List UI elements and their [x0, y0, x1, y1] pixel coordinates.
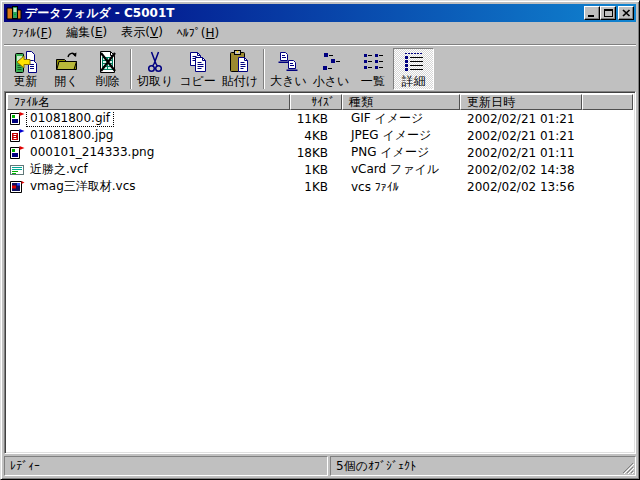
- toolbar: 更新開く削除切取りコピー貼付け大きい小さい一覧詳細: [4, 44, 636, 91]
- file-type: JPEG イメージ: [342, 127, 460, 144]
- toolbar-delete-button[interactable]: 削除: [87, 48, 128, 90]
- file-type: GIF イメージ: [342, 110, 460, 127]
- maximize-button[interactable]: [600, 6, 616, 20]
- file-size: 4KB: [290, 129, 342, 143]
- copy-icon: [186, 50, 210, 74]
- menu-access-key: V: [150, 25, 158, 39]
- menu-access-key: F: [41, 26, 48, 40]
- window-controls: [584, 6, 634, 20]
- resize-grip[interactable]: [622, 462, 634, 474]
- toolbar-refresh-label: 更新: [14, 74, 38, 88]
- file-name: 01081800.jpg: [27, 128, 116, 143]
- file-row[interactable]: 01081800.gif11KBGIF イメージ2002/02/21 01:21: [7, 110, 633, 127]
- toolbar-open-button[interactable]: 開く: [46, 48, 87, 90]
- menu-label-suf: ): [48, 26, 53, 40]
- toolbar-separator: [130, 49, 132, 89]
- minimize-icon: [588, 10, 596, 17]
- file-name-cell: 01081800.gif: [7, 111, 290, 127]
- cut-scissors-icon: [143, 50, 167, 74]
- file-name: 01081800.gif: [27, 111, 113, 126]
- status-ready: ﾚﾃﾞｨｰ: [4, 456, 328, 476]
- file-size: 1KB: [290, 163, 342, 177]
- close-icon: [622, 9, 631, 17]
- column-header-name[interactable]: ﾌｧｲﾙ名: [7, 94, 290, 110]
- file-row[interactable]: vmag三洋取材.vcs1KBvcs ﾌｧｲﾙ2002/02/02 13:56: [7, 178, 633, 195]
- menu-label-suf: ): [215, 26, 220, 40]
- column-header-type[interactable]: 種類: [342, 94, 460, 110]
- file-list-view: ﾌｧｲﾙ名ｻｲｽﾞ種類更新日時 01081800.gif11KBGIF イメージ…: [4, 91, 636, 454]
- file-size: 18KB: [290, 146, 342, 160]
- list-view-icon: [361, 50, 385, 74]
- toolbar-refresh-button[interactable]: 更新: [5, 48, 46, 90]
- vcs-icon: [9, 179, 25, 195]
- toolbar-paste-button[interactable]: 貼付け: [219, 48, 261, 90]
- minimize-button[interactable]: [584, 6, 600, 20]
- refresh-phone-icon: [14, 50, 38, 74]
- file-modified: 2002/02/21 01:21: [460, 129, 582, 143]
- menu-item-view[interactable]: 表示(V): [114, 22, 170, 44]
- menu-item-edit[interactable]: 編集(E): [59, 22, 114, 44]
- png-image-icon: [9, 145, 25, 161]
- toolbar-list-button[interactable]: 一覧: [352, 48, 393, 90]
- toolbar-copy-button[interactable]: コピー: [176, 48, 219, 90]
- vcard-icon: [9, 162, 25, 178]
- file-type: PNG イメージ: [342, 144, 460, 161]
- toolbar-detail-button[interactable]: 詳細: [393, 48, 434, 90]
- data-folder-window: データフォルダ - C5001T ﾌｧｲﾙ(F)編集(E)表示(V)ﾍﾙﾌﾟ(H…: [0, 0, 640, 480]
- object-count: 5個のｵﾌﾞｼﾞｪｸﾄ: [336, 459, 416, 473]
- app-icon-slot[interactable]: [6, 5, 22, 21]
- file-name: 近勝之.vcf: [27, 162, 91, 177]
- toolbar-large-label: 大きい: [270, 74, 307, 88]
- jpeg-image-icon: [9, 128, 25, 144]
- file-size: 11KB: [290, 112, 342, 126]
- file-row[interactable]: 000101_214333.png18KBPNG イメージ2002/02/21 …: [7, 144, 633, 161]
- menu-label-pre: ﾌｧｲﾙ(: [12, 26, 41, 40]
- file-name-cell: vmag三洋取材.vcs: [7, 179, 290, 195]
- column-header-size[interactable]: ｻｲｽﾞ: [290, 94, 342, 110]
- menu-item-help[interactable]: ﾍﾙﾌﾟ(H): [170, 24, 226, 43]
- file-modified: 2002/02/21 01:11: [460, 146, 582, 160]
- toolbar-small-label: 小さい: [313, 74, 350, 88]
- file-row[interactable]: 01081800.jpg4KBJPEG イメージ2002/02/21 01:21: [7, 127, 633, 144]
- menu-label-pre: 表示(: [121, 25, 150, 39]
- file-row[interactable]: 近勝之.vcf1KBvCard ファイル2002/02/02 14:38: [7, 161, 633, 178]
- resize-grip-icon: [622, 462, 634, 474]
- titlebar[interactable]: データフォルダ - C5001T: [4, 4, 636, 22]
- column-header-filler: [582, 94, 633, 110]
- file-modified: 2002/02/02 14:38: [460, 163, 582, 177]
- file-type: vcs ﾌｧｲﾙ: [342, 180, 460, 194]
- delete-document-icon: [96, 50, 120, 74]
- file-size: 1KB: [290, 180, 342, 194]
- paste-clipboard-icon: [228, 50, 252, 74]
- menu-label-pre: 編集(: [66, 25, 95, 39]
- toolbar-large-button[interactable]: 大きい: [267, 48, 310, 90]
- menu-access-key: E: [95, 25, 103, 39]
- menu-access-key: H: [206, 26, 215, 40]
- toolbar-detail-label: 詳細: [402, 74, 426, 88]
- toolbar-separator: [263, 49, 265, 89]
- window-title: データフォルダ - C5001T: [25, 5, 581, 22]
- toolbar-cut-label: 切取り: [137, 74, 173, 88]
- toolbar-cut-button[interactable]: 切取り: [134, 48, 176, 90]
- file-modified: 2002/02/02 13:56: [460, 180, 582, 194]
- gif-image-icon: [9, 111, 25, 127]
- status-objects-panel: 5個のｵﾌﾞｼﾞｪｸﾄ: [330, 456, 636, 476]
- menu-label-pre: ﾍﾙﾌﾟ(: [177, 26, 206, 40]
- app-icon: [6, 5, 22, 21]
- close-button[interactable]: [618, 6, 634, 20]
- maximize-icon: [604, 9, 613, 17]
- file-name: vmag三洋取材.vcs: [27, 179, 139, 194]
- toolbar-small-button[interactable]: 小さい: [310, 48, 353, 90]
- toolbar-copy-label: コピー: [179, 74, 216, 88]
- file-modified: 2002/02/21 01:21: [460, 112, 582, 126]
- menu-bar: ﾌｧｲﾙ(F)編集(E)表示(V)ﾍﾙﾌﾟ(H): [4, 22, 636, 44]
- column-header-modified[interactable]: 更新日時: [460, 94, 582, 110]
- list-body[interactable]: 01081800.gif11KBGIF イメージ2002/02/21 01:21…: [7, 110, 633, 451]
- menu-item-file[interactable]: ﾌｧｲﾙ(F): [5, 24, 59, 43]
- file-type: vCard ファイル: [342, 161, 460, 178]
- open-folder-icon: [55, 50, 79, 74]
- toolbar-paste-label: 貼付け: [222, 74, 258, 88]
- large-icons-icon: [276, 50, 300, 74]
- toolbar-list-label: 一覧: [361, 74, 385, 88]
- file-name-cell: 01081800.jpg: [7, 128, 290, 144]
